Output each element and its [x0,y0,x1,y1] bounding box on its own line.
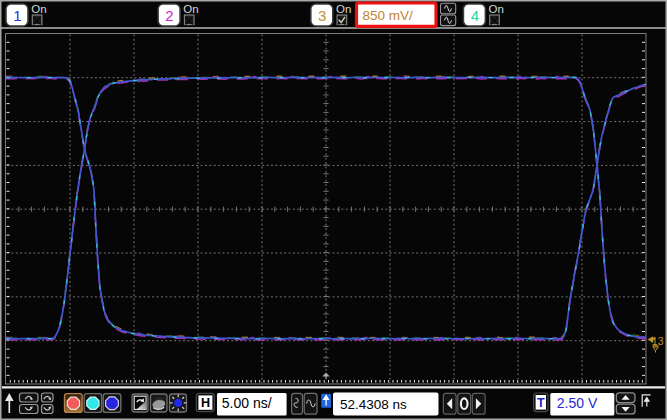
svg-text:2.50 V: 2.50 V [557,395,598,411]
svg-text:On: On [183,3,198,15]
svg-text:3: 3 [318,7,326,24]
svg-text:On: On [336,3,351,15]
svg-text:T: T [537,396,545,410]
svg-text:H: H [201,396,210,410]
svg-text:52.4308 ns: 52.4308 ns [340,397,407,412]
svg-text:On: On [489,3,504,15]
svg-text:850 mV/: 850 mV/ [363,8,414,23]
svg-text:On: On [31,3,46,15]
svg-text:2: 2 [165,7,173,24]
svg-text:4: 4 [471,7,479,24]
svg-text:5.00 ns/: 5.00 ns/ [222,395,272,411]
svg-text:1: 1 [13,7,21,24]
